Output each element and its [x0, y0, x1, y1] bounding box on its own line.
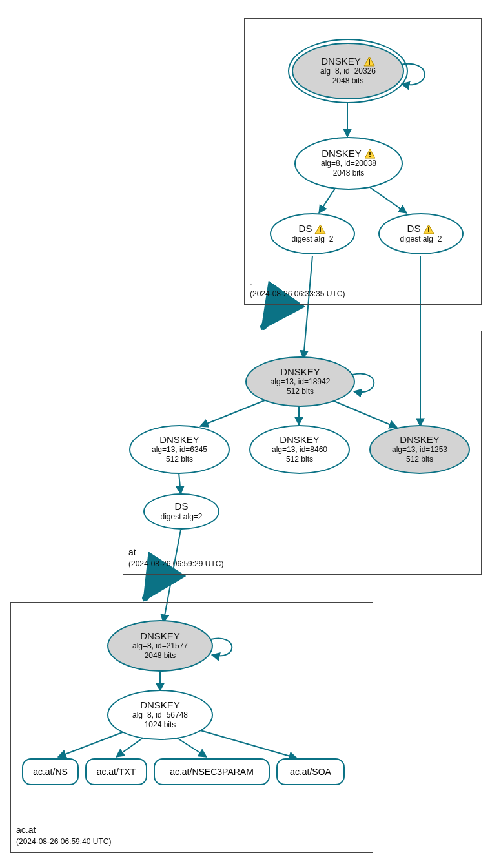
- warning-icon: [364, 149, 376, 159]
- node-at-zsk-6345: DNSKEY alg=13, id=6345 512 bits: [129, 425, 230, 474]
- node-acat-ksk: DNSKEY alg=8, id=21577 2048 bits: [107, 620, 213, 672]
- zone-acat-name: ac.at: [16, 824, 111, 836]
- svg-rect-1: [369, 63, 370, 65]
- rr-n3p-label: ac.at/NSEC3PARAM: [170, 767, 254, 777]
- node-root-ds-right: DS digest alg=2: [378, 213, 464, 254]
- node-at-ksk-title: DNSKEY: [280, 367, 320, 378]
- node-at-zsk2-line1: alg=13, id=8460: [272, 445, 327, 455]
- node-at-ds: DS digest alg=2: [143, 493, 219, 530]
- rr-soa-label: ac.at/SOA: [290, 767, 331, 777]
- node-at-zsk3-line1: alg=13, id=1253: [392, 445, 447, 455]
- node-at-zsk3-line2: 512 bits: [406, 455, 433, 464]
- zone-acat-label: ac.at (2024-08-26 06:59:40 UTC): [16, 824, 111, 847]
- node-at-zsk1-line2: 512 bits: [166, 455, 193, 464]
- zone-at-name: at: [128, 546, 223, 559]
- node-root-ds-left-line1: digest alg=2: [291, 234, 333, 244]
- node-root-ds-left-title: DS: [299, 223, 312, 234]
- node-root-ksk-title: DNSKEY: [321, 56, 361, 67]
- zone-at-label: at (2024-08-26 06:59:29 UTC): [128, 546, 223, 569]
- node-at-ksk: DNSKEY alg=13, id=18942 512 bits: [245, 356, 355, 407]
- node-root-zsk: DNSKEY alg=8, id=20038 2048 bits: [294, 137, 403, 190]
- node-root-ds-left: DS digest alg=2: [270, 213, 355, 254]
- dnssec-graph: . (2024-08-26 06:33:35 UTC) at (2024-08-…: [0, 0, 490, 868]
- node-acat-zsk-line1: alg=8, id=56748: [132, 710, 188, 720]
- node-at-zsk2-title: DNSKEY: [280, 435, 320, 446]
- node-acat-ksk-line2: 2048 bits: [145, 651, 176, 661]
- svg-rect-5: [320, 231, 321, 232]
- node-acat-zsk-line2: 1024 bits: [145, 720, 176, 730]
- node-at-zsk1-line1: alg=13, id=6345: [152, 445, 207, 455]
- warning-icon: [314, 224, 326, 234]
- node-acat-ksk-title: DNSKEY: [140, 631, 180, 642]
- node-root-zsk-title: DNSKEY: [322, 149, 362, 160]
- svg-rect-6: [428, 227, 429, 231]
- node-root-ksk-line1: alg=8, id=20326: [320, 67, 376, 76]
- node-at-ds-line1: digest alg=2: [160, 512, 202, 522]
- svg-rect-2: [369, 152, 371, 155]
- node-root-zsk-line2: 2048 bits: [333, 169, 365, 178]
- svg-rect-7: [428, 231, 429, 232]
- node-root-zsk-line1: alg=8, id=20038: [321, 159, 376, 169]
- node-at-ksk-line2: 512 bits: [287, 387, 314, 397]
- zone-acat-timestamp: (2024-08-26 06:59:40 UTC): [16, 836, 111, 847]
- node-root-ksk-line2: 2048 bits: [332, 76, 364, 86]
- node-at-ksk-line1: alg=13, id=18942: [271, 377, 331, 387]
- node-at-zsk1-title: DNSKEY: [159, 435, 199, 446]
- zone-root-label: . (2024-08-26 06:33:35 UTC): [250, 276, 345, 299]
- zone-root-name: .: [250, 276, 345, 289]
- rr-soa: ac.at/SOA: [276, 758, 345, 785]
- node-at-zsk2-line2: 512 bits: [286, 455, 313, 464]
- node-root-ksk: DNSKEY alg=8, id=20326 2048 bits: [292, 43, 404, 99]
- rr-ns-label: ac.at/NS: [33, 767, 68, 777]
- node-acat-zsk-title: DNSKEY: [140, 700, 180, 711]
- svg-rect-4: [320, 227, 321, 231]
- rr-nsec3param: ac.at/NSEC3PARAM: [154, 758, 270, 785]
- rr-txt: ac.at/TXT: [85, 758, 147, 785]
- warning-icon: [423, 224, 434, 234]
- node-at-zsk-8460: DNSKEY alg=13, id=8460 512 bits: [249, 425, 350, 474]
- node-acat-zsk: DNSKEY alg=8, id=56748 1024 bits: [107, 690, 213, 740]
- node-at-ds-title: DS: [175, 501, 189, 512]
- svg-rect-0: [369, 59, 370, 63]
- rr-ns: ac.at/NS: [22, 758, 79, 785]
- node-acat-ksk-line1: alg=8, id=21577: [132, 641, 188, 651]
- rr-txt-label: ac.at/TXT: [97, 767, 136, 777]
- node-at-zsk3-title: DNSKEY: [400, 435, 440, 446]
- warning-icon: [363, 56, 375, 67]
- node-root-ds-right-title: DS: [407, 223, 421, 234]
- zone-root-timestamp: (2024-08-26 06:33:35 UTC): [250, 289, 345, 299]
- zone-at-timestamp: (2024-08-26 06:59:29 UTC): [128, 559, 223, 569]
- node-root-ds-right-line1: digest alg=2: [400, 234, 442, 244]
- svg-rect-3: [369, 156, 371, 157]
- node-at-zsk-1253: DNSKEY alg=13, id=1253 512 bits: [369, 425, 470, 474]
